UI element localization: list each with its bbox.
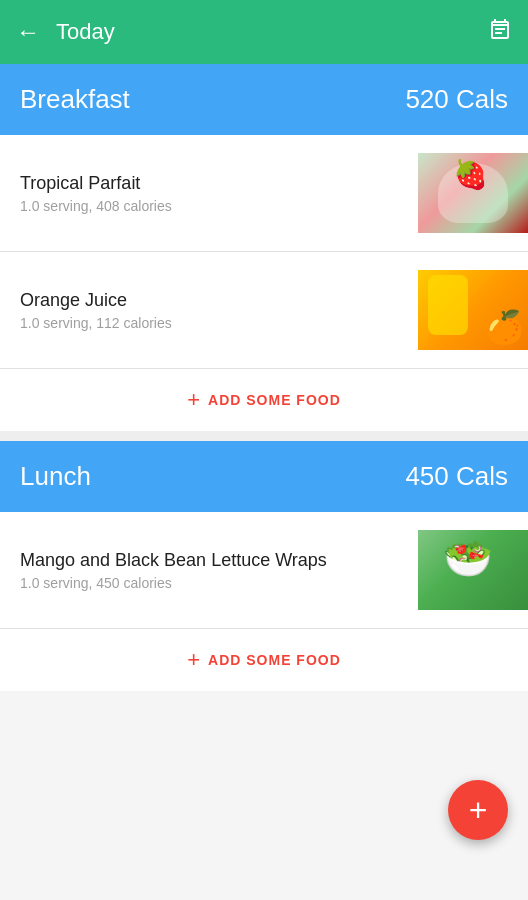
breakfast-add-food-button[interactable]: + ADD SOME FOOD <box>0 369 528 431</box>
food-detail-parfait: 1.0 serving, 408 calories <box>20 198 418 214</box>
app-bar-left: ← Today <box>16 18 115 46</box>
food-image-wrap <box>418 530 528 610</box>
breakfast-header: Breakfast 520 Cals <box>0 64 528 135</box>
food-info-parfait: Tropical Parfait 1.0 serving, 408 calori… <box>20 173 418 214</box>
breakfast-item-2[interactable]: Orange Juice 1.0 serving, 112 calories <box>0 252 528 369</box>
breakfast-title: Breakfast <box>20 84 130 115</box>
lunch-calories: 450 Cals <box>405 461 508 492</box>
food-info-oj: Orange Juice 1.0 serving, 112 calories <box>20 290 418 331</box>
fab-add-button[interactable]: + <box>448 780 508 840</box>
app-bar: ← Today <box>0 0 528 64</box>
food-info-wrap: Mango and Black Bean Lettuce Wraps 1.0 s… <box>20 550 418 591</box>
app-bar-title: Today <box>56 19 115 45</box>
breakfast-add-label: ADD SOME FOOD <box>208 392 341 408</box>
back-button[interactable]: ← <box>16 18 40 46</box>
lunch-title: Lunch <box>20 461 91 492</box>
breakfast-item-1[interactable]: Tropical Parfait 1.0 serving, 408 calori… <box>0 135 528 252</box>
food-image-parfait <box>418 153 528 233</box>
lunch-header: Lunch 450 Cals <box>0 441 528 512</box>
breakfast-calories: 520 Cals <box>405 84 508 115</box>
food-detail-oj: 1.0 serving, 112 calories <box>20 315 418 331</box>
food-name-parfait: Tropical Parfait <box>20 173 418 194</box>
lunch-add-food-button[interactable]: + ADD SOME FOOD <box>0 629 528 691</box>
lunch-add-label: ADD SOME FOOD <box>208 652 341 668</box>
lunch-item-1[interactable]: Mango and Black Bean Lettuce Wraps 1.0 s… <box>0 512 528 629</box>
fab-plus-icon: + <box>469 794 488 826</box>
breakfast-add-plus-icon: + <box>187 387 200 413</box>
section-divider <box>0 431 528 441</box>
lunch-add-plus-icon: + <box>187 647 200 673</box>
food-detail-wrap: 1.0 serving, 450 calories <box>20 575 418 591</box>
food-name-wrap: Mango and Black Bean Lettuce Wraps <box>20 550 418 571</box>
calendar-icon[interactable] <box>488 17 512 47</box>
food-image-oj <box>418 270 528 350</box>
food-name-oj: Orange Juice <box>20 290 418 311</box>
